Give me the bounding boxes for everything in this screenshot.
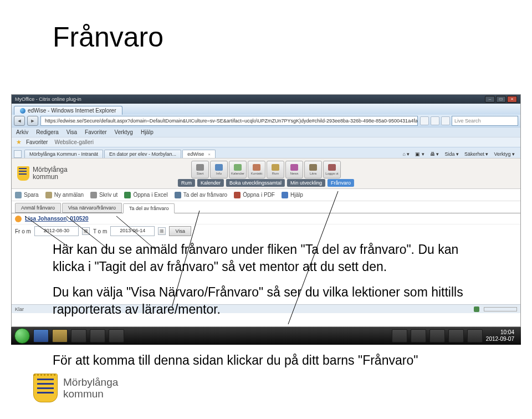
from-date-input[interactable]: 2012-08-30 [34,226,79,236]
ie-window-tab[interactable]: edWise - Windows Internet Explorer [14,106,122,115]
page-menu[interactable]: Sida ▾ [444,151,459,157]
favorites-bar: ★ Favoriter Webslice-galleri [12,137,520,147]
task-app7[interactable] [448,329,464,343]
tab-edwise[interactable]: edWise× [182,150,216,158]
nav-lara[interactable]: Lära [304,161,322,178]
home-icon [196,164,204,171]
stop-button[interactable] [431,116,439,125]
address-bar: ◄ ► https://edwise.se/Secure/default.asp… [12,115,520,127]
excel-icon [124,192,131,198]
task-app1[interactable] [71,329,86,343]
pdf-icon [234,192,241,198]
webslice-link[interactable]: Webslice-galleri [54,139,93,145]
maximize-button[interactable]: ▭ [496,96,506,103]
task-app4[interactable] [392,329,407,343]
check-icon [175,192,181,198]
new-icon [45,192,52,198]
nav-news[interactable]: News [285,161,303,178]
security-menu[interactable]: Säkerhet ▾ [464,151,489,157]
kommun-logo: Mörbylånga kommun [17,166,68,181]
nav-kontakt[interactable]: Kontakt [248,161,265,178]
menu-hjalp[interactable]: Hjälp [141,129,154,135]
nav-start[interactable]: Start [191,161,209,178]
tool-nyanmalan[interactable]: Ny anmälan [45,192,84,198]
save-icon [15,192,22,198]
subtab-row: Anmäl frånvaro Visa närvaro/frånvaro Ta … [12,201,520,213]
subnav-rum[interactable]: Rum [178,179,195,187]
nav-info[interactable]: Info [210,161,228,178]
nav-loggaut[interactable]: Logga ut [323,161,341,178]
nav-kalender[interactable]: Kalender [229,161,247,178]
menu-visa[interactable]: Visa [66,129,77,135]
task-explorer[interactable] [52,329,68,343]
contact-icon [253,164,260,171]
nav-rum[interactable]: Rum [267,161,284,178]
minimize-button[interactable]: – [485,96,495,103]
subnav-kalender[interactable]: Kalender [197,179,224,187]
tool-excel[interactable]: Öppna i Excel [124,192,167,198]
edwise-toolbar: Spara Ny anmälan Skriv ut Öppna i Excel … [12,189,520,201]
citrix-titlebar: MyOffice - Citrix online plug-in – ▭ × [12,95,520,104]
forward-button[interactable]: ► [27,116,38,126]
favorites-label[interactable]: Favoriter [26,139,48,145]
progress-icon [484,307,517,311]
menu-redigera[interactable]: Redigera [36,129,59,135]
subnav-boka[interactable]: Boka utvecklingssamtal [226,179,285,187]
tab-list-icon[interactable] [14,150,22,158]
tool-spara[interactable]: Spara [15,192,39,198]
person-name[interactable]: Lisa Johansson, 010520 [25,216,89,222]
learn-icon [309,164,317,171]
date-row: Fr o m 2012-08-30 ▦ T o m 2013-06-14 ▦ V… [12,224,520,238]
subnav-minutv[interactable]: Min utveckling [287,179,325,187]
tool-tadel[interactable]: Ta del av frånvaro [175,192,228,198]
subnav-franvaro[interactable]: Frånvaro [328,179,354,187]
to-date-input[interactable]: 2013-06-14 [110,226,155,236]
shield-icon [17,166,29,181]
menu-verktyg[interactable]: Verktyg [115,129,133,135]
windows-taskbar: 10:04 2012-09-07 [11,327,521,345]
search-box[interactable]: Live Search [452,116,518,126]
person-row: Lisa Johansson, 010520 [12,213,520,224]
back-button[interactable]: ◄ [14,116,25,126]
browser-tabs: Mörbylånga Kommun - Intranät En dator pe… [12,147,520,158]
to-calendar-icon[interactable]: ▦ [158,227,166,235]
url-field[interactable]: https://edwise.se/Secure/default.aspx?do… [40,116,418,126]
tool-skrivut[interactable]: Skriv ut [90,192,117,198]
refresh-button[interactable] [420,116,429,125]
kommun-subnav: Rum Kalender Boka utvecklingssamtal Min … [178,179,354,187]
tool-hjalp[interactable]: Hjälp [282,192,303,198]
task-app2[interactable] [90,329,105,343]
feed-icon[interactable]: ▣ ▾ [415,151,424,157]
taskbar-clock[interactable]: 10:04 2012-09-07 [486,329,518,343]
visa-button[interactable]: Visa [169,226,191,236]
task-app8[interactable] [467,329,483,343]
tools-menu[interactable]: Verktyg ▾ [494,151,515,157]
start-button[interactable] [14,328,30,344]
menu-favoriter[interactable]: Favoriter [85,129,106,135]
tool-pdf[interactable]: Öppna i PDF [234,192,275,198]
footer-logo: Mörbylånga kommun [33,374,118,402]
help-icon [282,192,288,198]
ie-icon [20,108,25,114]
menu-arkiv[interactable]: Arkiv [16,129,28,135]
subtab-tadel[interactable]: Ta del av frånvaro [123,203,175,213]
task-app3[interactable] [109,329,124,343]
home-icon[interactable]: ⌂ ▾ [402,151,410,157]
from-calendar-icon[interactable]: ▦ [82,227,90,235]
print-icon[interactable]: 🖶 ▾ [430,151,439,157]
ie-window-tab-row: edWise - Windows Internet Explorer [12,104,520,115]
slide-title: Frånvaro [53,21,163,53]
explanatory-text: Här kan du se anmäld frånvaro under flik… [53,241,485,377]
close-tab-icon[interactable]: × [208,152,211,157]
tab-endator[interactable]: En dator per elev - Morbylan... [104,150,181,158]
task-app6[interactable] [429,329,445,343]
tab-intranet[interactable]: Mörbylånga Kommun - Intranät [24,150,103,158]
task-app5[interactable] [411,329,426,343]
subtab-anmal[interactable]: Anmäl frånvaro [15,203,61,213]
menu-bar: Arkiv Redigera Visa Favoriter Verktyg Hj… [12,127,520,137]
subtab-visa[interactable]: Visa närvaro/frånvaro [62,203,122,213]
cert-button[interactable] [441,116,450,125]
task-ie[interactable] [33,329,49,343]
calendar-icon [234,164,242,171]
close-button[interactable]: × [507,96,517,103]
